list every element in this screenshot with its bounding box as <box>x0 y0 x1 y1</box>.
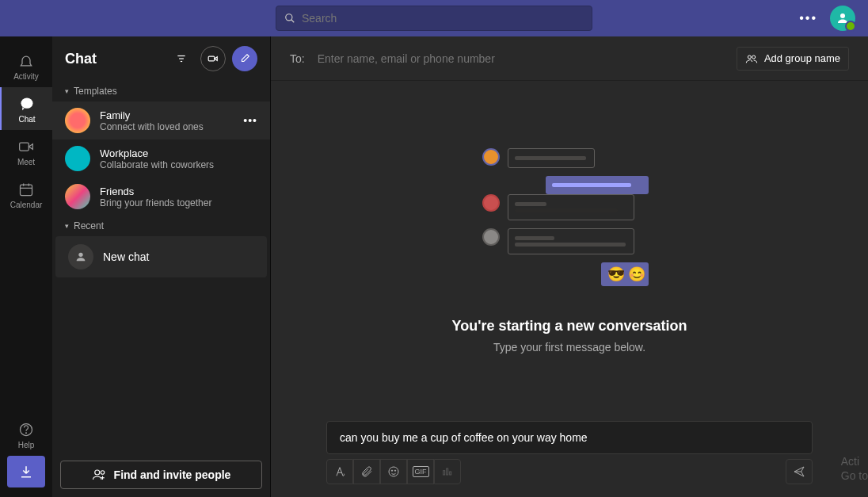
person-icon <box>68 244 93 270</box>
to-bar: To: Add group name <box>271 36 868 81</box>
format-button[interactable] <box>326 459 353 484</box>
svg-point-3 <box>21 97 33 108</box>
conversation-illustration: 😎😊 <box>482 148 657 299</box>
friends-icon <box>65 184 90 209</box>
help-icon <box>17 420 36 439</box>
chat-title: Chat <box>65 51 97 67</box>
svg-rect-5 <box>21 185 32 195</box>
rail-activity[interactable]: Activity <box>0 44 52 87</box>
more-menu[interactable]: ••• <box>799 11 817 25</box>
to-label: To: <box>290 52 305 65</box>
rail-calendar[interactable]: Calendar <box>0 173 52 216</box>
meet-now-button[interactable] <box>200 46 226 71</box>
search-icon <box>284 13 295 24</box>
section-templates[interactable]: Templates <box>52 81 270 101</box>
template-more[interactable]: ••• <box>243 114 257 127</box>
template-friends[interactable]: Friends Bring your friends together <box>52 178 270 216</box>
svg-point-17 <box>101 471 105 475</box>
svg-point-20 <box>748 55 751 59</box>
family-icon <box>65 108 90 133</box>
rail-label: Meet <box>17 158 35 166</box>
empty-state: 😎😊 You're starting a new conversation Ty… <box>271 81 868 421</box>
download-button[interactable] <box>7 456 45 487</box>
calendar-icon <box>17 180 36 199</box>
template-sub: Collaborate with coworkers <box>100 159 257 170</box>
add-group-name-button[interactable]: Add group name <box>737 47 849 71</box>
compose-box[interactable] <box>326 421 813 454</box>
group-icon <box>745 52 758 65</box>
svg-point-2 <box>840 13 845 18</box>
template-sub: Connect with loved ones <box>100 121 234 132</box>
search-box[interactable] <box>276 6 592 31</box>
svg-rect-27 <box>450 472 451 475</box>
bell-icon <box>17 52 36 71</box>
rail-label: Chat <box>18 115 35 124</box>
template-title: Friends <box>100 185 257 197</box>
filter-button[interactable] <box>169 46 194 71</box>
app-rail: Activity Chat Meet Calendar Help <box>0 36 52 497</box>
chat-icon <box>17 94 36 113</box>
svg-point-21 <box>752 55 756 59</box>
empty-title: You're starting a new conversation <box>451 318 687 335</box>
new-chat-button[interactable] <box>232 46 257 71</box>
recent-title: New chat <box>103 250 149 263</box>
template-title: Family <box>100 109 234 121</box>
svg-rect-25 <box>444 471 445 475</box>
empty-subtitle: Type your first message below. <box>493 341 645 354</box>
group-name-label: Add group name <box>764 52 840 64</box>
send-button[interactable] <box>786 459 813 484</box>
to-input[interactable] <box>318 52 724 65</box>
search-input[interactable] <box>302 12 584 25</box>
chat-list-panel: Chat Templates Family Connect with loved… <box>52 36 271 497</box>
rail-help[interactable]: Help <box>0 413 52 456</box>
attach-button[interactable] <box>353 459 380 484</box>
chat-pane: To: Add group name 😎😊 You're starting a … <box>271 36 868 497</box>
compose-area: GIF <box>271 421 868 497</box>
svg-point-24 <box>394 470 395 471</box>
template-workplace[interactable]: Workplace Collaborate with coworkers <box>52 140 270 178</box>
svg-point-16 <box>94 470 99 475</box>
rail-label: Activity <box>13 72 39 81</box>
rail-label: Help <box>18 441 35 449</box>
rail-meet[interactable]: Meet <box>0 130 52 173</box>
svg-line-1 <box>291 20 295 23</box>
svg-point-15 <box>78 253 82 257</box>
invite-people-button[interactable]: Find and invite people <box>60 461 262 489</box>
svg-rect-14 <box>208 56 215 61</box>
svg-point-0 <box>286 14 292 21</box>
compose-toolbar: GIF <box>326 454 813 484</box>
svg-point-23 <box>391 470 392 471</box>
svg-rect-4 <box>20 143 29 151</box>
workplace-icon <box>65 146 90 171</box>
rail-chat[interactable]: Chat <box>0 87 52 130</box>
video-icon <box>17 137 36 156</box>
sticker-button[interactable] <box>434 459 461 484</box>
message-input[interactable] <box>327 422 812 453</box>
rail-label: Calendar <box>10 201 43 209</box>
svg-point-10 <box>26 432 27 433</box>
title-bar: ••• <box>0 0 868 36</box>
template-title: Workplace <box>100 147 257 159</box>
invite-icon <box>92 468 106 482</box>
profile-avatar[interactable] <box>830 6 855 31</box>
svg-point-22 <box>389 467 398 476</box>
recent-new-chat[interactable]: New chat <box>55 236 267 277</box>
template-sub: Bring your friends together <box>100 197 257 208</box>
invite-label: Find and invite people <box>114 468 231 481</box>
chat-list-header: Chat <box>52 36 270 81</box>
section-recent[interactable]: Recent <box>52 216 270 236</box>
template-family[interactable]: Family Connect with loved ones ••• <box>52 101 270 140</box>
svg-rect-26 <box>447 468 448 475</box>
emoji-button[interactable] <box>380 459 407 484</box>
gif-button[interactable]: GIF <box>407 459 434 484</box>
